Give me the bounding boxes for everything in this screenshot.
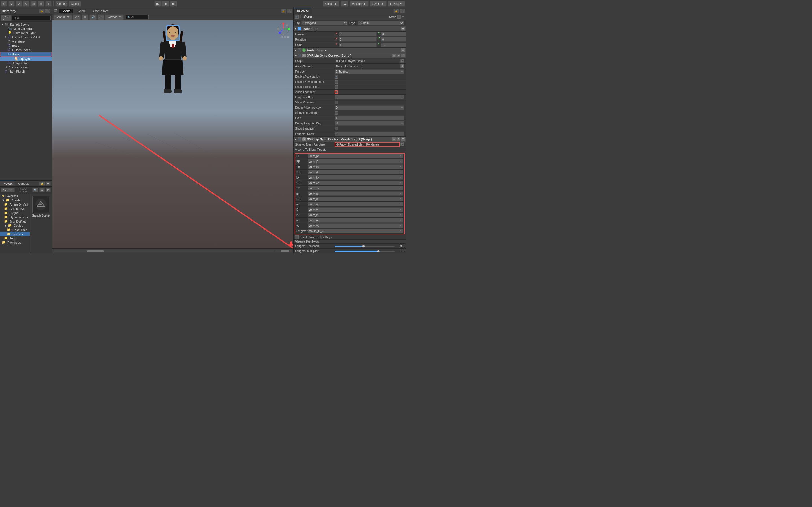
lighting-button[interactable]: ☀ bbox=[82, 14, 88, 20]
unity-logo-button[interactable]: ⊙ bbox=[1, 1, 7, 7]
debug-laughter-dropdown[interactable]: H ▼ bbox=[335, 121, 404, 126]
position-y-input[interactable] bbox=[381, 32, 406, 36]
collab-button[interactable]: Collab ▼ bbox=[323, 1, 340, 7]
position-x-input[interactable] bbox=[339, 32, 377, 36]
enable-touch-checkbox[interactable] bbox=[335, 86, 338, 89]
gizmos-dropdown[interactable]: Gizmos ▼ bbox=[105, 14, 124, 20]
play-button[interactable]: ▶ bbox=[154, 1, 161, 7]
scale-x-input[interactable] bbox=[339, 43, 377, 47]
tab-project[interactable]: Project bbox=[0, 180, 15, 186]
provider-dropdown[interactable]: Enhanced ▼ bbox=[335, 69, 404, 74]
ovr-morph-menu-button[interactable]: ☰ bbox=[401, 137, 405, 141]
audio-source-ref[interactable]: None (Audio Source) bbox=[335, 64, 400, 68]
project-sort-button[interactable]: ⊞ bbox=[46, 188, 51, 192]
ovr-morph-enable-checkbox[interactable] bbox=[298, 137, 301, 141]
show-visemes-checkbox[interactable] bbox=[335, 101, 338, 104]
center-button[interactable]: Center bbox=[55, 1, 68, 7]
static-checkbox[interactable] bbox=[397, 15, 401, 18]
viseme-e-select[interactable]: vrc.v_e ▼ bbox=[308, 207, 403, 212]
script-select-button[interactable]: ⊙ bbox=[400, 59, 404, 62]
audio-source-enable-checkbox[interactable] bbox=[298, 48, 301, 52]
inspector-menu-button[interactable]: ☰ bbox=[400, 9, 405, 13]
project-create-button[interactable]: Create ▼ bbox=[1, 188, 15, 192]
viseme-dd-select[interactable]: vrc.v_dd ▼ bbox=[308, 170, 403, 174]
laughter-threshold-track[interactable] bbox=[335, 245, 395, 247]
viseme-th-select[interactable]: vrc.v_th ▼ bbox=[308, 165, 403, 169]
hierarchy-create-button[interactable]: Create ▼ bbox=[1, 15, 11, 21]
rotate-tool-button[interactable]: ↻ bbox=[23, 1, 29, 7]
asset-oculus-item[interactable]: ▼ 📁 Oculus bbox=[0, 223, 30, 228]
project-lock-button[interactable]: 🔒 bbox=[39, 182, 45, 186]
tree-item-body[interactable]: ⬡ Body bbox=[0, 43, 52, 48]
rect-tool-button[interactable]: ▭ bbox=[38, 1, 44, 7]
ovr-morph-header[interactable]: ▶ M OVR Lip Sync Context Morph Target (S… bbox=[294, 136, 406, 142]
tab-inspector[interactable]: Inspector bbox=[294, 8, 312, 14]
tab-scene[interactable]: Scene bbox=[59, 9, 73, 13]
tree-item-hair-pigtail[interactable]: ⬡ Hair_Pigtail bbox=[0, 69, 52, 73]
tree-item-anchor-target[interactable]: ⊕ Anchor Target bbox=[0, 65, 52, 69]
asset-jsondotnet-item[interactable]: 📁 JsonDotNet bbox=[0, 219, 30, 223]
scale-y-input[interactable] bbox=[381, 43, 406, 47]
laughter-multiplier-thumb[interactable] bbox=[377, 250, 379, 252]
cloud-button[interactable]: ☁ bbox=[341, 1, 349, 7]
ovr-context-enable-checkbox[interactable] bbox=[298, 54, 301, 57]
scene-asset-thumbnail[interactable] bbox=[33, 196, 49, 213]
asset-cygnet-item[interactable]: 📁 Cygnet bbox=[0, 211, 30, 215]
project-menu-button[interactable]: ☰ bbox=[46, 182, 51, 186]
move-tool-button[interactable]: ⤢ bbox=[16, 1, 22, 7]
pause-button[interactable]: ⏸ bbox=[162, 1, 169, 7]
ovr-context-ref-button[interactable]: ◉ bbox=[392, 54, 396, 57]
viseme-oh-select[interactable]: vrc.v_oh ▼ bbox=[308, 218, 403, 223]
debug-visemes-dropdown[interactable]: D ▼ bbox=[335, 105, 404, 110]
layer-select[interactable]: Default bbox=[358, 20, 404, 25]
scene-root-item[interactable]: ▼ 🎬 SampleScene bbox=[0, 22, 52, 26]
tree-item-jumper-skirt[interactable]: ⬡ JumperSkirt bbox=[0, 61, 52, 65]
viseme-rr-select[interactable]: vrc.v_rr ▼ bbox=[308, 196, 403, 201]
viseme-ff-select[interactable]: vrc.v_ff ▼ bbox=[308, 159, 403, 164]
tag-select[interactable]: Untagged bbox=[301, 20, 348, 25]
project-star-button[interactable]: ★ bbox=[40, 188, 45, 192]
viseme-laughter-select[interactable]: mouth_D_1 ▼ bbox=[308, 229, 403, 233]
transform-header[interactable]: ▶ T Transform ⚙ bbox=[294, 26, 406, 32]
ovr-context-header[interactable]: ▶ C OVR Lip Sync Context (Script) ◉ ⚙ ☰ bbox=[294, 53, 406, 58]
hierarchy-search-input[interactable] bbox=[12, 16, 51, 20]
layers-button[interactable]: Layers ▼ bbox=[370, 1, 387, 7]
fx-button[interactable]: ✦ bbox=[98, 14, 104, 20]
scene-menu-button[interactable]: ☰ bbox=[287, 9, 292, 13]
tab-asset-store[interactable]: Asset Store bbox=[90, 9, 111, 13]
asset-chatdoll-item[interactable]: 📁 ChatdollKit bbox=[0, 207, 30, 211]
global-button[interactable]: Global bbox=[69, 1, 81, 7]
scene-horizontal-scrollbar[interactable] bbox=[53, 250, 274, 252]
scene-zoom-slider[interactable] bbox=[275, 250, 292, 252]
asset-packages-item[interactable]: 📁 Packages bbox=[0, 240, 30, 244]
asset-anime-item[interactable]: 📁 AnimeGirlAni... bbox=[0, 202, 30, 207]
asset-resources-item[interactable]: 📁 Resources bbox=[0, 228, 30, 232]
transform-tool-button[interactable]: ⊹ bbox=[45, 1, 52, 7]
enable-test-keys-checkbox[interactable] bbox=[295, 235, 299, 239]
tree-item-face[interactable]: ⬡ Face bbox=[0, 52, 52, 57]
viseme-ch-select[interactable]: vrc.v_ch ▼ bbox=[308, 180, 403, 185]
2d-button[interactable]: 2D bbox=[73, 14, 81, 20]
transform-settings-button[interactable]: ⚙ bbox=[401, 27, 405, 31]
enable-acceleration-checkbox[interactable] bbox=[335, 75, 338, 78]
tree-item-directional-light[interactable]: 💡 Directional Light bbox=[0, 31, 52, 35]
skinned-mesh-ref[interactable]: Face (Skinned Mesh Renderer) bbox=[335, 142, 400, 147]
tree-item-cygnet[interactable]: ▼ ⬡ Cygnet_JumperSkirt bbox=[0, 35, 52, 39]
skinned-mesh-select-button[interactable]: ⊙ bbox=[400, 142, 404, 146]
tab-game[interactable]: Game bbox=[74, 9, 89, 13]
viseme-kk-select[interactable]: vrc.v_kk ▼ bbox=[308, 175, 403, 180]
ovr-morph-ref-button[interactable]: ◉ bbox=[392, 137, 396, 141]
assets-root-item[interactable]: ▼ 📁 Assets bbox=[0, 198, 30, 202]
tree-item-oxford-shoes[interactable]: ⬡ OxfordShoes bbox=[0, 48, 52, 52]
viseme-ou-select[interactable]: vrc.v_ou ▼ bbox=[308, 223, 403, 228]
asset-scenes-item[interactable]: 📁 Scenes bbox=[0, 232, 30, 236]
laughter-threshold-thumb[interactable] bbox=[362, 245, 364, 247]
enable-keyboard-checkbox[interactable] bbox=[335, 80, 338, 83]
ovr-context-settings-button[interactable]: ⚙ bbox=[396, 54, 400, 57]
favorites-item[interactable]: ★ Favorites bbox=[0, 194, 30, 198]
viseme-aa-select[interactable]: vrc.v_aa ▼ bbox=[308, 202, 403, 207]
audio-loopback-checkbox[interactable] bbox=[335, 91, 338, 94]
step-button[interactable]: ⏭ bbox=[170, 1, 177, 7]
scale-tool-button[interactable]: ⊞ bbox=[31, 1, 37, 7]
scene-viewport[interactable]: ◁Persp bbox=[52, 20, 293, 248]
